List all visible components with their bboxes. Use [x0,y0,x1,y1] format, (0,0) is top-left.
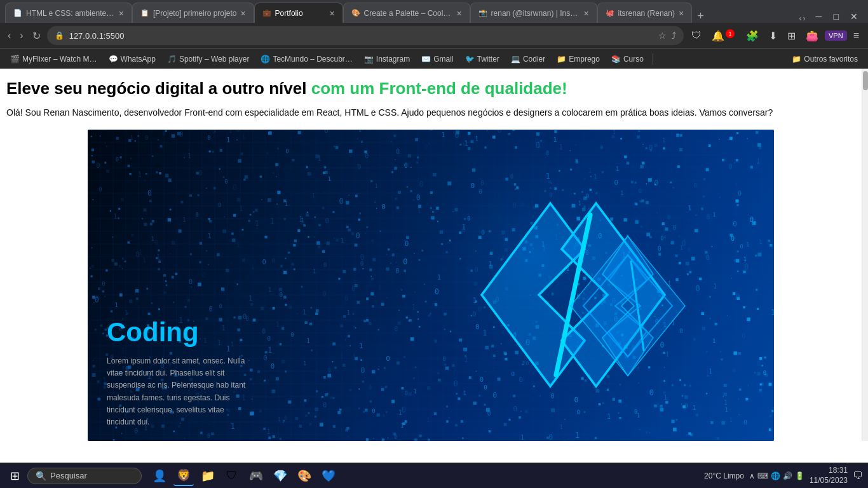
tab5-favicon: 📸 [478,9,487,18]
whatsapp-favicon: 💬 [109,55,118,64]
taskbar-time[interactable]: 18:31 11/05/2023 [810,466,848,485]
bookmark-gmail-label: Gmail [433,55,453,64]
tab5-close[interactable]: × [583,8,588,18]
taskbar-lang-icon[interactable]: 🌐 [771,471,780,480]
coding-desc: Lorem ipsum dolor sit amet, onsec. Nulla… [107,355,247,428]
bookmark-outros[interactable]: 📁 Outros favoritos [787,53,863,65]
bookmark-gmail[interactable]: ✉️ Gmail [416,53,458,65]
back-button[interactable]: ‹ [5,27,13,44]
tecmundo-favicon: 🌐 [261,55,270,64]
reload-button[interactable]: ↻ [30,27,43,44]
notification-icon[interactable]: 🔔 [708,27,728,44]
tab6-favicon: 🐙 [606,9,614,18]
page-subtitle: Olá! Sou Renan Nascimento, desenvolvedor… [6,106,855,119]
taskbar-search[interactable]: 🔍 Pesquisar [27,468,142,484]
maximize-button[interactable]: □ [829,10,844,23]
tab-scroll-right[interactable]: › [803,14,806,23]
taskbar-brave[interactable]: 🦁 [173,466,194,486]
address-text: 127.0.0.1:5500 [69,31,653,41]
bookmark-spotify-label: Spotify – Web player [179,55,250,64]
address-box[interactable]: 🔒 127.0.0.1:5500 ☆ ⤴ [47,26,684,45]
coding-title: Coding [107,317,247,348]
hero-text-area: Coding Lorem ipsum dolor sit amet, onsec… [88,304,266,441]
taskbar-keyboard-icon[interactable]: ⌨ [757,471,768,480]
bookmark-curso[interactable]: 📚 Curso [606,53,649,65]
taskbar-date-value: 11/05/2023 [810,476,848,486]
taskbar-app2[interactable]: 💎 [270,466,290,486]
taskbar-avatar[interactable]: 👤 [149,466,170,486]
minimize-button[interactable]: ─ [811,10,827,23]
tab3-close[interactable]: × [329,8,334,18]
tab6-title: itsrenan (Renan) [618,9,675,18]
close-button[interactable]: ✕ [845,10,863,23]
bookmark-emprego[interactable]: 📁 Emprego [552,53,605,65]
tab-html-css[interactable]: 📄 HTML e CSS: ambientes de × [5,3,132,23]
tab-coolors[interactable]: 🎨 Create a Palette – Coolors × [343,3,470,23]
tab6-close[interactable]: × [679,8,684,18]
taskbar-app3[interactable]: 🎨 [294,466,315,486]
taskbar-weather: 20°C Limpo [704,471,744,480]
bookmark-instagram-label: Instagram [376,55,410,64]
bookmark-spotify[interactable]: 🎵 Spotify – Web player [162,53,255,65]
tab-portfolio[interactable]: 💼 Portfolio × [254,3,343,23]
bookmark-twitter[interactable]: 🐦 Twitter [460,53,505,65]
tab-github[interactable]: 🐙 itsrenan (Renan) × [597,3,693,23]
bookmark-codier-label: Codier [523,55,545,64]
taskbar-search-label: Pesquisar [50,471,87,480]
tab2-close[interactable]: × [240,8,245,18]
tab-scroll-left[interactable]: ‹ [799,14,802,23]
tab1-close[interactable]: × [119,8,124,18]
taskbar-icons: 👤 🦁 📁 🛡 🎮 💎 🎨 💙 [144,466,344,486]
gmail-favicon: ✉️ [421,55,431,64]
bookmark-whatsapp[interactable]: 💬 WhatsApp [104,53,161,65]
spotify-favicon: 🎵 [167,55,177,64]
share-icon[interactable]: ⤴ [672,30,676,41]
tab-instagram[interactable]: 📸 renan (@itsrwnan) | Instagr… × [470,3,597,23]
taskbar-app1[interactable]: 🎮 [246,466,266,486]
vpn-button[interactable]: VPN [825,30,847,41]
new-tab-button[interactable]: + [692,10,709,23]
heading-green: com um Front-end de qualidade! [311,79,567,98]
bookmarks-bar: 🎬 MyFlixer – Watch M… 💬 WhatsApp 🎵 Spoti… [0,48,868,69]
extensions-icon[interactable]: 🧩 [742,27,763,44]
window-controls: ─ □ ✕ [811,10,868,23]
search-icon: 🔍 [36,471,46,481]
tab4-favicon: 🎨 [351,9,360,18]
taskbar-vscode[interactable]: 💙 [318,466,339,486]
taskbar-explorer[interactable]: 📁 [198,466,218,486]
address-bar-row: ‹ › ↻ 🔒 127.0.0.1:5500 ☆ ⤴ 🛡 🔔 1 🧩 ⬇ ⊞ 👛… [0,23,868,48]
taskbar-time-value: 18:31 [810,466,848,476]
download-icon[interactable]: ⬇ [765,27,781,44]
notification-badge: 1 [726,29,735,38]
page-content: Eleve seu negócio digital a outro nível … [0,69,862,441]
bookmark-tecmundo[interactable]: 🌐 TecMundo – Descubr… [255,53,357,65]
split-view-icon[interactable]: ⊞ [783,27,799,44]
notification-center-icon[interactable]: 🗨 [853,470,863,482]
taskbar-chevron-icon[interactable]: ∧ [749,471,755,480]
forward-button[interactable]: › [17,27,25,44]
tab-scroll-arrows[interactable]: ‹ › [799,14,811,23]
tab4-title: Create a Palette – Coolors [364,9,453,18]
menu-icon[interactable]: ≡ [850,27,863,44]
bookmark-codier[interactable]: 💻 Codier [506,53,550,65]
bookmark-instagram[interactable]: 📷 Instagram [359,53,415,65]
tab1-title: HTML e CSS: ambientes de [26,9,115,18]
bookmark-myflixer[interactable]: 🎬 MyFlixer – Watch M… [5,53,102,65]
bookmarks-divider [653,53,653,65]
taskbar-volume-icon[interactable]: 🔊 [783,471,792,480]
wallet-icon[interactable]: 👛 [802,27,822,44]
tab3-title: Portfolio [275,9,326,18]
brave-shield-icon[interactable]: 🛡 [688,27,705,44]
star-icon[interactable]: ☆ [658,30,667,41]
lock-icon: 🔒 [55,31,64,40]
start-button[interactable]: ⊞ [5,469,25,483]
tab4-close[interactable]: × [456,8,461,18]
scrollbar-thumb[interactable] [863,71,868,90]
curso-favicon: 📚 [611,55,621,64]
tabs-bar: 📄 HTML e CSS: ambientes de × 📋 [Projeto]… [0,0,868,23]
tab-projeto[interactable]: 📋 [Projeto] primeiro projeto × [132,3,254,23]
scrollbar-right[interactable] [862,69,868,441]
taskbar-brave2[interactable]: 🛡 [222,466,242,486]
bookmark-outros-label: Outros favoritos [804,55,858,64]
code-brackets [520,198,736,417]
